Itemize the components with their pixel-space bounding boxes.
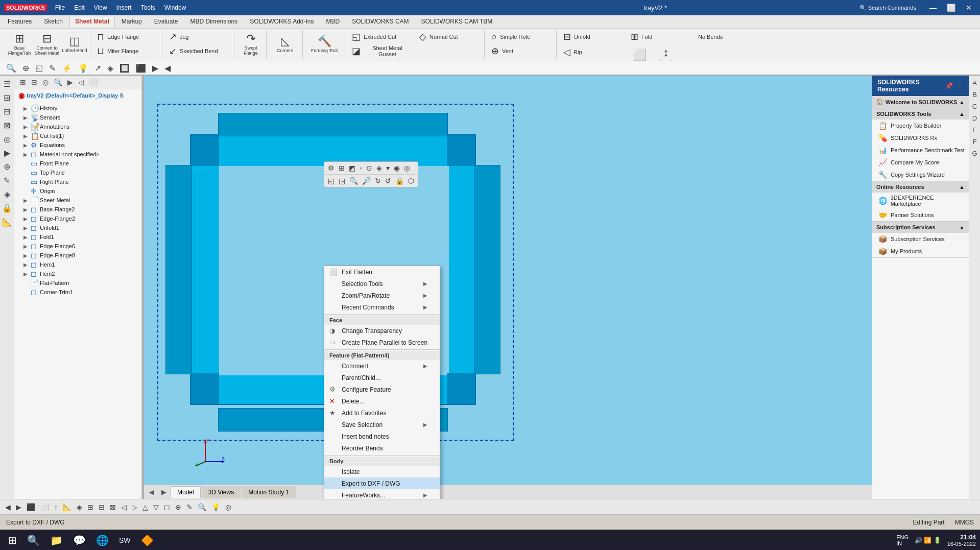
- vt-btn-8[interactable]: ◉: [392, 163, 401, 173]
- tree-item-flat-pattern[interactable]: 📄 Flat-Pattern: [14, 278, 141, 288]
- tab-slot-button[interactable]: ⊞ Tab and Slot: [348, 59, 415, 61]
- expand-right-plane[interactable]: [23, 179, 31, 185]
- bt-btn-20[interactable]: ◎: [223, 502, 233, 512]
- cm-create-plane[interactable]: ▭ Create Plane Parallel to Screen: [324, 337, 440, 348]
- sub-icon-12[interactable]: ◀: [162, 62, 173, 74]
- rs-icon-1[interactable]: A: [971, 78, 978, 88]
- sub-icon-3[interactable]: ◱: [33, 62, 45, 74]
- rp-performance-benchmark[interactable]: 📊 Performance Benchmark Test: [872, 144, 969, 156]
- vt-btn-10[interactable]: ◱: [326, 176, 336, 186]
- tab-solidworks-cam[interactable]: SOLIDWORKS CAM: [346, 16, 414, 27]
- expand-origin[interactable]: [23, 188, 31, 194]
- tree-btn-3[interactable]: ◎: [41, 78, 50, 87]
- tree-item-top-plane[interactable]: ▭ Top Plane: [14, 168, 141, 177]
- edge-flange-button[interactable]: ⊓ Edge Flange: [93, 30, 160, 43]
- ls-icon-7[interactable]: ⊕: [2, 160, 12, 173]
- vt-btn-1[interactable]: ⚙: [326, 163, 336, 173]
- cm-isolate[interactable]: Isolate: [324, 466, 440, 477]
- tree-item-edge-flange2[interactable]: ▶ ◻ Edge-Flange2: [14, 214, 141, 223]
- cm-featureworks[interactable]: FeatureWorks... ▶: [324, 489, 440, 499]
- expand-edge-flange6[interactable]: ▶: [23, 244, 31, 249]
- minimize-button[interactable]: —: [925, 3, 941, 13]
- tab-nav-right[interactable]: ▶: [158, 487, 170, 497]
- vt-btn-9[interactable]: ◎: [402, 163, 412, 173]
- vt-btn-16[interactable]: 🔒: [394, 176, 405, 186]
- cm-configure-feature[interactable]: ⚙ Configure Feature: [324, 384, 440, 395]
- lofted-bend-button[interactable]: ◫ Lofted-Bend: [61, 31, 88, 58]
- bt-btn-9[interactable]: ⊟: [97, 502, 107, 512]
- expand-edge-flange2[interactable]: ▶: [23, 216, 31, 222]
- vt-btn-17[interactable]: ⬡: [407, 176, 416, 186]
- tree-btn-2[interactable]: ⊟: [30, 78, 39, 87]
- tab-sheet-metal[interactable]: Sheet Metal: [69, 16, 115, 27]
- vt-btn-15[interactable]: ↺: [384, 176, 393, 186]
- rp-subscription-services[interactable]: 📦 Subscription Services: [872, 233, 969, 245]
- insert-bends-button[interactable]: ↕ Insert Bends: [653, 45, 679, 61]
- sub-icon-2[interactable]: ⊕: [20, 62, 31, 74]
- ls-icon-10[interactable]: 🔒: [1, 202, 14, 214]
- ls-icon-3[interactable]: ⊟: [2, 105, 12, 118]
- tab-motion-study-1[interactable]: Motion Study 1: [242, 486, 296, 498]
- vt-btn-13[interactable]: 🔎: [361, 176, 372, 186]
- bt-btn-3[interactable]: ⬛: [25, 502, 37, 512]
- rp-welcome-header[interactable]: 🏠 Welcome to SOLIDWORKS ▲: [872, 96, 969, 108]
- expand-cut-list[interactable]: ▶: [23, 133, 31, 139]
- forming-tool-button[interactable]: 🔨 Forming Tool: [306, 31, 343, 58]
- start-button[interactable]: ⊞: [4, 532, 21, 548]
- bt-btn-17[interactable]: ✎: [184, 502, 195, 512]
- ls-icon-6[interactable]: ▶: [3, 147, 12, 159]
- maximize-button[interactable]: ⬜: [943, 3, 960, 13]
- bt-btn-16[interactable]: ⊕: [173, 502, 183, 512]
- expand-equations[interactable]: ▶: [23, 142, 31, 148]
- ls-icon-9[interactable]: ◈: [3, 188, 12, 201]
- tree-item-sensors[interactable]: ▶ 📡 Sensors: [14, 113, 141, 122]
- tree-item-unfold1[interactable]: ▶ ◻ Unfold1: [14, 223, 141, 232]
- bt-btn-8[interactable]: ⊞: [85, 502, 95, 512]
- ls-icon-2[interactable]: ⊞: [2, 91, 12, 104]
- expand-flat-pattern[interactable]: [23, 280, 31, 286]
- expand-front-plane[interactable]: [23, 161, 31, 166]
- cm-save-selection[interactable]: Save Selection ▶: [324, 419, 440, 431]
- tree-item-sheet-metal[interactable]: ▶ 📄 Sheet-Metal: [14, 196, 141, 205]
- menu-window[interactable]: Window: [160, 3, 190, 12]
- sub-icon-7[interactable]: ↗: [92, 62, 103, 74]
- tree-item-equations[interactable]: ▶ ⚙ Equations: [14, 140, 141, 150]
- ls-icon-5[interactable]: ◎: [2, 133, 12, 146]
- ls-icon-1[interactable]: ☰: [2, 78, 12, 90]
- miter-flange-button[interactable]: ⊔ Miter Flange: [93, 44, 160, 58]
- expand-hem1[interactable]: ▶: [23, 262, 31, 268]
- taskbar-solidworks[interactable]: SW: [115, 534, 135, 546]
- rp-my-products[interactable]: 📦 My Products: [872, 245, 969, 257]
- simple-hole-button[interactable]: ○ Simple Hole: [488, 30, 554, 43]
- rs-icon-3[interactable]: C: [971, 101, 978, 112]
- rp-3dexperience[interactable]: 🌐 3DEXPERIENCE Marketplace: [872, 193, 969, 209]
- bt-btn-1[interactable]: ◀: [3, 502, 13, 512]
- tree-btn-7[interactable]: ⬜: [87, 78, 99, 87]
- unfold-button[interactable]: ⊟ Unfold: [560, 30, 626, 43]
- sub-icon-11[interactable]: ▶: [150, 62, 160, 74]
- rp-partner-solutions[interactable]: 🤝 Partner Solutions: [872, 209, 969, 221]
- tab-evaluate[interactable]: Evaluate: [149, 16, 184, 27]
- vt-btn-14[interactable]: ↻: [373, 176, 383, 186]
- tab-model[interactable]: Model: [171, 486, 201, 498]
- sub-icon-6[interactable]: 💡: [76, 62, 90, 74]
- menu-insert[interactable]: Insert: [112, 3, 136, 12]
- fold-button[interactable]: ⊞ Fold: [627, 30, 694, 43]
- tab-mbd-dimensions[interactable]: MBD Dimensions: [184, 16, 243, 27]
- rp-solidworks-rx[interactable]: 💊 SOLIDWORKS Rx: [872, 132, 969, 144]
- rp-copy-settings[interactable]: 🔧 Copy Settings Wizard: [872, 169, 969, 181]
- bt-btn-7[interactable]: ◈: [75, 502, 84, 512]
- expand-history[interactable]: ▶: [23, 106, 31, 111]
- close-button[interactable]: ✕: [962, 3, 976, 13]
- sub-icon-9[interactable]: 🔲: [117, 62, 132, 74]
- tree-item-hem2[interactable]: ▶ ◻ Hem2: [14, 269, 141, 278]
- no-bends-button[interactable]: No Bends: [695, 30, 761, 43]
- sub-icon-4[interactable]: ✎: [47, 62, 58, 74]
- cm-export-dxf[interactable]: Export to DXF / DWG: [324, 477, 440, 489]
- cm-exit-flatten[interactable]: ⬜ Exit Flatten: [324, 266, 440, 278]
- tree-item-hem1[interactable]: ▶ ◻ Hem1: [14, 260, 141, 269]
- search-taskbar-button[interactable]: 🔍: [23, 532, 44, 548]
- menu-edit[interactable]: Edit: [70, 3, 89, 12]
- cm-insert-bend-notes[interactable]: Insert bend notes: [324, 431, 440, 442]
- expand-material[interactable]: ▶: [23, 152, 31, 157]
